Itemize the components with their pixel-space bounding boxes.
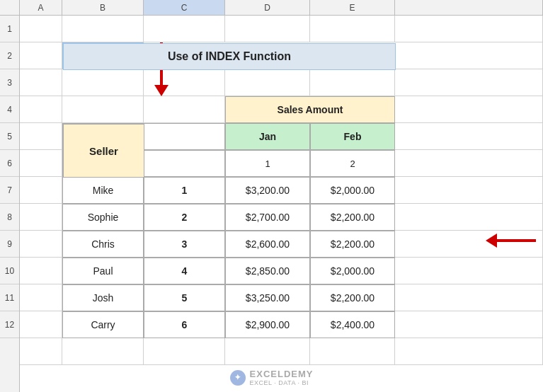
feb-index-cell[interactable]: 2 bbox=[310, 150, 395, 177]
cell-a1[interactable] bbox=[20, 16, 62, 42]
cell-rest-7[interactable] bbox=[395, 177, 543, 204]
cell-b9-chris[interactable]: Chris bbox=[62, 231, 144, 258]
watermark-icon: ✦ bbox=[230, 370, 246, 386]
spreadsheet: A B C D E 1 2 3 4 5 6 7 8 9 10 11 12 bbox=[0, 0, 543, 392]
cell-rest-8[interactable] bbox=[395, 204, 543, 231]
row-num-6: 6 bbox=[0, 150, 19, 177]
cell-d11-jan[interactable]: $3,250.00 bbox=[225, 284, 310, 311]
cell-c8-row[interactable]: 2 bbox=[144, 204, 225, 231]
cell-e1[interactable] bbox=[310, 16, 395, 42]
cell-e7-feb[interactable]: $2,000.00 bbox=[310, 177, 395, 204]
grid-row-7: Mike 1 $3,200.00 $2,000.00 bbox=[20, 177, 543, 204]
cell-rest-4[interactable] bbox=[395, 96, 543, 123]
seller-header-cell[interactable]: Seller bbox=[62, 123, 144, 150]
cell-c4[interactable] bbox=[144, 96, 225, 123]
cell-b4[interactable] bbox=[62, 96, 144, 123]
row-num-7: 7 bbox=[0, 177, 19, 204]
cell-rest-11[interactable] bbox=[395, 284, 543, 311]
cell-rest-6[interactable] bbox=[395, 150, 543, 177]
cell-e11-feb[interactable]: $2,200.00 bbox=[310, 284, 395, 311]
row-num-data-3: 4 bbox=[182, 265, 188, 277]
row-numbers: 1 2 3 4 5 6 7 8 9 10 11 12 bbox=[0, 16, 20, 392]
grid-row-8: Sophie 2 $2,700.00 $2,200.00 bbox=[20, 204, 543, 231]
cell-a5[interactable] bbox=[20, 123, 62, 150]
cell-d10-jan[interactable]: $2,850.00 bbox=[225, 258, 310, 284]
seller-name-4: Josh bbox=[93, 292, 114, 304]
cell-rest-12[interactable] bbox=[395, 311, 543, 338]
cell-a3[interactable] bbox=[20, 69, 62, 96]
cell-e10-feb[interactable]: $2,000.00 bbox=[310, 258, 395, 284]
row-num-8: 8 bbox=[0, 204, 19, 231]
cell-d12-jan[interactable]: $2,900.00 bbox=[225, 311, 310, 338]
cell-b8-sophie[interactable]: Sophie bbox=[62, 204, 144, 231]
cell-rest-2[interactable] bbox=[395, 42, 543, 69]
cell-c7-row[interactable]: 1 bbox=[144, 177, 225, 204]
cell-a8[interactable] bbox=[20, 204, 62, 231]
cell-c5[interactable] bbox=[144, 123, 225, 150]
row-num-data-1: 2 bbox=[182, 212, 188, 223]
cell-e12-feb[interactable]: $2,400.00 bbox=[310, 311, 395, 338]
cell-b7-mike[interactable]: Mike bbox=[62, 177, 144, 204]
cell-b11-josh[interactable]: Josh bbox=[62, 284, 144, 311]
grid-row-2: Use of INDEX Function bbox=[20, 42, 543, 69]
arrow-down-head bbox=[154, 85, 168, 96]
seller-name-2: Chris bbox=[91, 238, 115, 250]
cell-rest-5[interactable] bbox=[395, 123, 543, 150]
row-num-5: 5 bbox=[0, 123, 19, 150]
cell-rest-10[interactable] bbox=[395, 258, 543, 284]
cell-d4-sales[interactable]: Sales Amount bbox=[225, 96, 310, 123]
cell-a2[interactable] bbox=[20, 42, 62, 69]
col-header-e: E bbox=[310, 0, 395, 15]
cell-a12[interactable] bbox=[20, 311, 62, 338]
row-num-9: 9 bbox=[0, 231, 19, 258]
title-text: Use of INDEX Function bbox=[168, 50, 291, 63]
feb-val-5: $2,400.00 bbox=[331, 319, 375, 330]
cell-c6[interactable] bbox=[144, 150, 225, 177]
cell-a4[interactable] bbox=[20, 96, 62, 123]
jan-header-cell[interactable]: Jan bbox=[225, 123, 310, 150]
cell-e3[interactable] bbox=[310, 69, 395, 96]
cell-d9-jan[interactable]: $2,600.00 bbox=[225, 231, 310, 258]
row-num-data-0: 1 bbox=[182, 185, 188, 196]
cell-b10-paul[interactable]: Paul bbox=[62, 258, 144, 284]
col-header-rest bbox=[395, 0, 543, 15]
cell-c10-row[interactable]: 4 bbox=[144, 258, 225, 284]
watermark: ✦ exceldemy EXCEL · DATA · BI bbox=[230, 369, 314, 386]
cell-d1[interactable] bbox=[225, 16, 310, 42]
cell-a11[interactable] bbox=[20, 284, 62, 311]
cell-b2-title[interactable]: Use of INDEX Function bbox=[62, 42, 144, 69]
jan-label: Jan bbox=[259, 131, 276, 142]
col-header-a: A bbox=[20, 0, 62, 15]
cell-b3[interactable] bbox=[62, 69, 144, 96]
feb-val-2: $2,200.00 bbox=[331, 238, 375, 250]
cell-b12-carry[interactable]: Carry bbox=[62, 311, 144, 338]
row-num-4: 4 bbox=[0, 96, 19, 123]
seller-name-5: Carry bbox=[91, 319, 115, 330]
cell-c12-row[interactable]: 6 bbox=[144, 311, 225, 338]
cell-d3[interactable] bbox=[225, 69, 310, 96]
row-num-11: 11 bbox=[0, 284, 19, 311]
cell-b1[interactable] bbox=[62, 16, 144, 42]
row-num-3: 3 bbox=[0, 69, 19, 96]
cell-rest-3[interactable] bbox=[395, 69, 543, 96]
cell-d7-jan[interactable]: $3,200.00 bbox=[225, 177, 310, 204]
jan-index-cell[interactable]: 1 bbox=[225, 150, 310, 177]
cell-d8-jan[interactable]: $2,700.00 bbox=[225, 204, 310, 231]
cell-rest-1[interactable] bbox=[395, 16, 543, 42]
grid-row-1 bbox=[20, 16, 543, 42]
col-header-d: D bbox=[225, 0, 310, 15]
feb-header-cell[interactable]: Feb bbox=[310, 123, 395, 150]
arrow-left-shaft bbox=[497, 239, 536, 242]
cell-c11-row[interactable]: 5 bbox=[144, 284, 225, 311]
cell-e9-feb[interactable]: $2,200.00 bbox=[310, 231, 395, 258]
cell-a9[interactable] bbox=[20, 231, 62, 258]
feb-label: Feb bbox=[344, 131, 362, 142]
cell-e8-feb[interactable]: $2,200.00 bbox=[310, 204, 395, 231]
cell-c1[interactable] bbox=[144, 16, 225, 42]
cell-a10[interactable] bbox=[20, 258, 62, 284]
cells-area: Use of INDEX Function bbox=[20, 16, 543, 392]
grid-row-3 bbox=[20, 69, 543, 96]
cell-c9-row[interactable]: 3 bbox=[144, 231, 225, 258]
cell-a7[interactable] bbox=[20, 177, 62, 204]
cell-a6[interactable] bbox=[20, 150, 62, 177]
